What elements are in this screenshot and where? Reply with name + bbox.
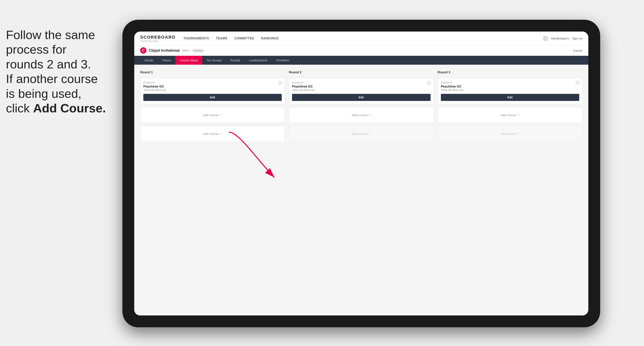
round-1-add-course-1[interactable]: Add Course + xyxy=(140,107,285,123)
round-1-delete-icon[interactable]: □ xyxy=(278,81,282,85)
round-2-course-card-0: □ (Course A) Peachtree GC Yellow (M) (66… xyxy=(289,78,434,104)
tab-printables[interactable]: Printables xyxy=(272,56,294,65)
sub-header: C Clippd Invitational (Men) Hosting Canc… xyxy=(134,45,588,56)
tab-teams[interactable]: Teams xyxy=(158,56,175,65)
nav-rankings[interactable]: RANKINGS xyxy=(261,36,279,41)
round-3-add-course-label-1: Add Course xyxy=(500,113,516,117)
user-avatar xyxy=(543,36,548,41)
round-3-course-tag: (Course A) xyxy=(441,81,579,84)
nav-right: blair@clippd.io Sign out xyxy=(543,36,582,41)
round-3-add-plus-2: + xyxy=(518,132,520,136)
round-3-delete-icon[interactable]: □ xyxy=(576,81,580,85)
sign-out-link[interactable]: Sign out xyxy=(572,37,582,40)
logo-area: SCOREBOARD Powered by clippd xyxy=(140,35,176,42)
rounds-grid: Round 1 □ (Course A) Peachtree GC Yellow… xyxy=(140,71,582,142)
logo-scoreboard: SCOREBOARD xyxy=(140,35,176,40)
round-1-edit-button[interactable]: Edit xyxy=(143,94,282,101)
tournament-edition: (Men) xyxy=(182,49,189,52)
hosting-badge: Hosting xyxy=(192,49,204,52)
round-2-add-course-2: Add Course + xyxy=(289,126,434,142)
round-1-add-course-2[interactable]: Add Course + xyxy=(140,126,285,142)
round-2-course-name: Peachtree GC xyxy=(292,85,430,88)
tab-details[interactable]: Details xyxy=(140,56,158,65)
brand-icon: C xyxy=(140,47,146,54)
round-1-course-tag: (Course A) xyxy=(143,81,282,84)
tab-bar: Details Teams Course Setup Tee Groups Re… xyxy=(134,56,588,65)
round-3-add-course-2: Add Course + xyxy=(438,126,582,142)
round-3-add-course-label-2: Add Course xyxy=(500,132,516,136)
round-2-edit-button[interactable]: Edit xyxy=(292,94,430,101)
nav-committee[interactable]: COMMITTEE xyxy=(234,36,254,41)
round-2-add-plus-2: + xyxy=(368,132,371,136)
round-1-column: Round 1 □ (Course A) Peachtree GC Yellow… xyxy=(140,71,285,142)
tab-results[interactable]: Results xyxy=(226,56,244,65)
round-1-add-course-label-2: Add Course xyxy=(203,132,219,136)
logo-powered: Powered by clippd xyxy=(140,40,176,42)
instruction-text: Follow the same process for rounds 2 and… xyxy=(0,28,118,116)
round-3-course-name: Peachtree GC xyxy=(441,85,579,88)
tablet-screen: SCOREBOARD Powered by clippd TOURNAMENTS… xyxy=(134,31,588,316)
tablet-device: SCOREBOARD Powered by clippd TOURNAMENTS… xyxy=(122,20,600,327)
round-2-add-course-label-1: Add Course xyxy=(352,113,368,117)
round-3-label: Round 3 xyxy=(438,71,582,74)
top-nav: SCOREBOARD Powered by clippd TOURNAMENTS… xyxy=(134,31,588,45)
round-2-add-course-1[interactable]: Add Course + xyxy=(289,107,434,123)
round-1-course-details: Yellow (M) (6629 yds) xyxy=(143,89,282,91)
round-1-course-card-0: □ (Course A) Peachtree GC Yellow (M) (66… xyxy=(140,78,285,104)
round-3-edit-button[interactable]: Edit xyxy=(441,94,579,101)
nav-teams[interactable]: TEAMS xyxy=(216,36,228,41)
round-1-label: Round 1 xyxy=(140,71,285,74)
round-3-column: Round 3 □ (Course A) Peachtree GC Yellow… xyxy=(438,71,582,142)
tournament-name: Clippd Invitational xyxy=(149,48,180,53)
round-1-add-plus-1: + xyxy=(220,113,222,117)
round-2-add-course-label-2: Add Course xyxy=(352,132,368,136)
user-email: blair@clippd.io xyxy=(551,37,569,40)
round-1-course-name: Peachtree GC xyxy=(143,85,282,88)
round-1-add-course-label-1: Add Course xyxy=(203,113,219,117)
round-2-column: Round 2 □ (Course A) Peachtree GC Yellow… xyxy=(289,71,434,142)
nav-links: TOURNAMENTS TEAMS COMMITTEE RANKINGS xyxy=(184,36,543,41)
sub-header-left: C Clippd Invitational (Men) Hosting xyxy=(140,47,204,54)
nav-tournaments[interactable]: TOURNAMENTS xyxy=(184,36,209,41)
tab-leaderboards[interactable]: Leaderboards xyxy=(244,56,272,65)
round-2-course-details: Yellow (M) (6629 yds) xyxy=(292,89,430,91)
round-2-label: Round 2 xyxy=(289,71,434,74)
round-1-add-plus-2: + xyxy=(220,132,222,136)
cancel-button[interactable]: Cancel xyxy=(573,49,582,52)
tab-tee-groups[interactable]: Tee Groups xyxy=(202,56,226,65)
round-3-course-card-0: □ (Course A) Peachtree GC Yellow (M) (66… xyxy=(438,78,582,104)
round-2-delete-icon[interactable]: □ xyxy=(427,81,431,85)
round-2-add-plus-1: + xyxy=(368,113,371,117)
round-3-course-details: Yellow (M) (6629 yds) xyxy=(441,89,579,91)
tab-course-setup[interactable]: Course Setup xyxy=(175,56,202,65)
round-3-add-plus-1: + xyxy=(518,113,520,117)
main-content: Round 1 □ (Course A) Peachtree GC Yellow… xyxy=(134,65,588,316)
round-2-course-tag: (Course A) xyxy=(292,81,430,84)
round-3-add-course-1[interactable]: Add Course + xyxy=(438,107,582,123)
